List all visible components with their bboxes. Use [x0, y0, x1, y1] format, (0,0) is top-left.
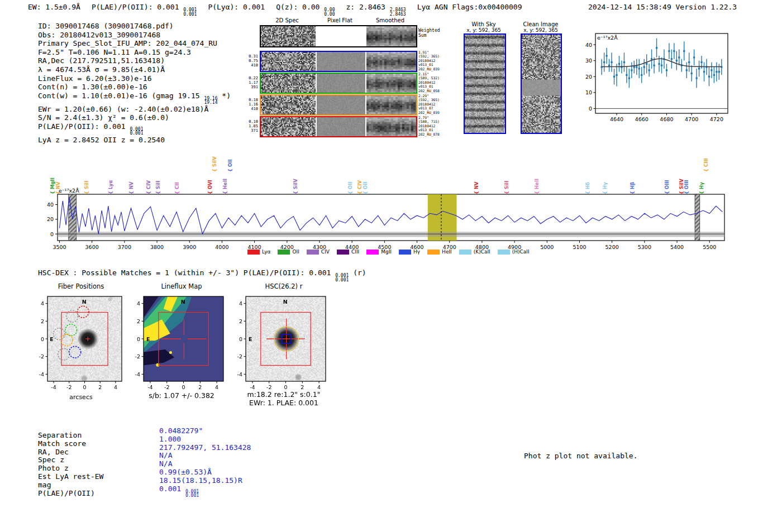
svg-text:N: N	[181, 299, 185, 305]
svg-text:3800: 3800	[150, 244, 164, 250]
svg-text:5300: 5300	[638, 244, 651, 250]
text-segment: P(LAE)/P(OII): 0.001	[92, 3, 183, 11]
legend-swatch	[427, 250, 440, 255]
legend-swatch	[498, 250, 510, 255]
legend-label: HeII	[442, 249, 452, 255]
match-value: N/A	[159, 452, 251, 460]
info-line: S/N = 2.4(±1.3) χ² = 0.6(±0.0)	[38, 113, 231, 122]
info-line: LineFlux = 6.20(±3.30)e-16	[38, 74, 231, 83]
legend-swatch	[307, 250, 319, 255]
spec2d-image-flat	[317, 117, 365, 136]
legend-swatch	[337, 250, 349, 255]
stacked-fraction: 0.0010.001	[130, 127, 143, 136]
spec2d-column-title: 2D Spec	[260, 17, 314, 23]
full-spectrum-plot: 3500 3600 3700 3800 3900 4000 4100 4200 …	[34, 185, 760, 255]
hsc-cutout-xlabel2: EWr: 1. PLAE: 0.001	[228, 399, 340, 407]
stacked-fraction: 2.84632.8463	[390, 8, 406, 16]
withsky-title: With Sky	[458, 21, 509, 27]
text-segment: Q(z): 0.00	[276, 3, 324, 11]
svg-text:e⁻¹⁷x2Å: e⁻¹⁷x2Å	[59, 188, 79, 194]
spec2d-row-annotations: 2.79"(588, 715)20180412v013_01202_RU_078	[418, 116, 440, 136]
emission-line-label-text: { OII	[227, 159, 233, 172]
info-line: LyA z = 2.8452 OII z = 0.2540	[38, 136, 231, 145]
match-label: Spec z	[38, 456, 103, 464]
text-segment: EWr = 1.20(±0.66) (w: -2.40(±0.02)e18)Å	[38, 105, 208, 113]
svg-text:4: 4	[317, 384, 321, 390]
svg-text:2: 2	[198, 384, 202, 390]
text-segment: S/N = 2.4(±1.3) χ² = 0.6(±0.0)	[38, 113, 169, 122]
stacked-fraction: 0.0010.001	[335, 274, 349, 282]
legend-label: CIV	[321, 249, 330, 255]
spec2d-row-left-labels: 0.310.75410	[246, 54, 258, 68]
spec2d-image-noise	[261, 74, 316, 93]
svg-text:-2: -2	[266, 384, 271, 390]
svg-text:0: 0	[50, 231, 54, 237]
legend-item: CIII	[337, 249, 359, 255]
text-segment: λ = 4674.53Å σ = 9.85(±4.01)Å	[38, 65, 165, 74]
svg-text:0: 0	[284, 384, 287, 390]
match-label: Photo z	[38, 464, 103, 473]
legend-item: HeII	[427, 249, 452, 255]
withsky-image	[465, 35, 505, 133]
legend-item: MgII	[366, 249, 392, 255]
legend-label: MgII	[381, 249, 392, 255]
info-line: F=2.5" T=0.106 N=1.11 A=0.15 g=24.3	[38, 48, 231, 57]
svg-text:4700: 4700	[685, 116, 698, 122]
text-segment: RA,Dec (217.792511,51.163418)	[38, 56, 165, 65]
stacked-fraction: 19.1619.14	[204, 97, 217, 105]
withsky-image-frame	[464, 33, 506, 134]
withsky-subtitle: x, y: 592, 365	[458, 27, 509, 33]
svg-text:E: E	[146, 336, 150, 342]
text-segment: N/A	[159, 459, 172, 468]
stacked-fraction: 0.000.00	[324, 8, 335, 16]
svg-text:E: E	[249, 336, 252, 342]
svg-text:0: 0	[137, 336, 140, 342]
svg-text:e⁻¹⁷x2Å: e⁻¹⁷x2Å	[597, 35, 618, 41]
text-segment: Cont(w) = 1.10(±0.01)e-16 (gmag 19.15	[38, 92, 204, 100]
spec2d-column-title: Smoothed	[365, 17, 415, 23]
text-segment: 217.792497, 51.163428	[159, 443, 251, 452]
header-item: P(Lyα): 0.001	[208, 3, 265, 11]
info-line: EWr = 1.20(±0.66) (w: -2.40(±0.02)e18)Å	[38, 105, 231, 114]
legend-label: Hγ	[413, 249, 420, 255]
header-item: z: 2.8463 2.84632.8463	[346, 3, 406, 11]
svg-text:3500: 3500	[53, 244, 66, 250]
spec2d-image-flat	[317, 74, 365, 93]
text-segment: N/A	[159, 451, 172, 459]
spec2d-row-annotations: 2.15"(589, 532)20180412v013_01202_RU_058	[418, 72, 440, 93]
spec2d-image-noise	[261, 95, 316, 114]
legend-item: Lyα	[247, 249, 270, 255]
svg-text:0: 0	[239, 336, 242, 342]
svg-text:-4: -4	[147, 384, 152, 390]
legend-swatch	[366, 250, 379, 255]
emission-line-label: { CIII	[710, 166, 711, 172]
text-segment: 0.0482279"	[159, 426, 203, 435]
spec2d-image-smooth	[366, 74, 416, 93]
spec2d-image-smooth	[366, 26, 416, 46]
svg-text:-2: -2	[66, 384, 71, 390]
info-line: Primary Spec_Slot_IFU_AMP: 202_044_074_R…	[38, 39, 231, 48]
svg-text:40: 40	[585, 42, 592, 48]
text-segment: LineFlux = 6.20(±3.30)e-16	[38, 74, 152, 83]
svg-text:5100: 5100	[573, 244, 586, 250]
line-fit-zoom-plot: 4640 4660 4680 4700 4720 0 10 20 30 40e⁻…	[581, 28, 737, 134]
spec2d-row	[260, 116, 417, 137]
svg-text:30: 30	[585, 57, 592, 64]
match-label: mag	[38, 481, 103, 490]
svg-text:4: 4	[137, 300, 140, 306]
match-label: P(LAE)/P(OII)	[38, 490, 103, 498]
legend-swatch	[399, 250, 411, 255]
svg-text:-4: -4	[250, 384, 255, 390]
stacked-fraction: 0.0010.001	[183, 8, 197, 16]
legend-item: Hγ	[399, 249, 420, 255]
legend-label: (K)CaII	[474, 249, 490, 255]
text-segment: 0.99(±0.53)Å	[159, 468, 212, 476]
hsc-cutout-xlabel: m:18.2 re:1.2" s:0.1"	[228, 390, 340, 399]
info-line: RA,Dec (217.792511,51.163418)	[38, 56, 231, 65]
svg-text:-4: -4	[237, 371, 242, 377]
text-segment: 18.15(18.15,18.15)R	[159, 476, 242, 485]
text-segment: (r)	[349, 269, 366, 277]
spec2d-image-noise	[261, 26, 316, 46]
match-value: 0.0482279"	[159, 427, 251, 435]
svg-text:-2: -2	[237, 353, 242, 360]
